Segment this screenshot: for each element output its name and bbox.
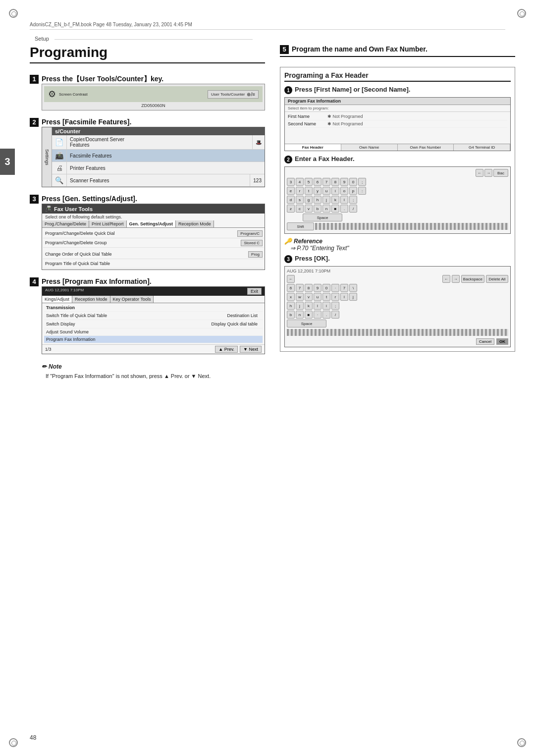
fax-tools-row-2-btn[interactable]: Stored C bbox=[241, 240, 263, 246]
step2-menu-row-1[interactable]: 📄 Copier/Document ServerFeatures 🎩 bbox=[52, 135, 265, 150]
kb-k[interactable]: k bbox=[331, 196, 339, 204]
step2-menu-row-4[interactable]: 🔍 Scanner Features 123 bbox=[52, 174, 265, 187]
ok-w[interactable]: w bbox=[296, 293, 304, 301]
ok-kb-prev-arrow[interactable]: ← bbox=[287, 275, 295, 283]
ok-9[interactable]: 9 bbox=[314, 284, 321, 292]
kb-semicolon[interactable]: ; bbox=[349, 196, 357, 204]
kb-b[interactable]: b bbox=[314, 205, 321, 213]
ok-dot[interactable]: · bbox=[314, 311, 321, 319]
prog-fax-row-2[interactable]: Second Name ✱ Not Programed bbox=[288, 120, 507, 128]
fax-tab-reception[interactable]: Reception Mode bbox=[176, 220, 214, 227]
prev-btn[interactable]: ▲ Prev. bbox=[215, 346, 238, 353]
fax-tools-row-4[interactable]: Program Title of Quick Dial Table bbox=[43, 259, 264, 269]
kb-square[interactable]: ■ bbox=[331, 205, 339, 213]
kb-r[interactable]: r bbox=[296, 187, 304, 195]
kb-7[interactable]: 7 bbox=[322, 178, 330, 186]
kb-j[interactable]: j bbox=[322, 196, 330, 204]
ok-v[interactable]: v bbox=[305, 293, 313, 301]
ok-t[interactable]: t bbox=[322, 293, 330, 301]
kb-8[interactable]: 8 bbox=[331, 178, 339, 186]
info-tab-reception[interactable]: Reception Mode bbox=[72, 296, 110, 303]
ok-l2[interactable]: l bbox=[314, 302, 321, 310]
prog-fax-row-1[interactable]: First Name ✱ Not Programed bbox=[288, 113, 507, 120]
kb-s[interactable]: s bbox=[296, 196, 304, 204]
info-tab-key-operator[interactable]: Key Operator Tools bbox=[110, 296, 154, 303]
exit-btn[interactable]: Exit bbox=[247, 288, 262, 295]
kb-right-arrow[interactable]: → bbox=[484, 169, 492, 177]
fax-tools-row-2[interactable]: Program/Change/Delete Group Stored C bbox=[43, 238, 264, 248]
ok-r[interactable]: r bbox=[331, 293, 339, 301]
kb-u[interactable]: u bbox=[322, 187, 330, 195]
footer-tab-own-name[interactable]: Own Name bbox=[341, 144, 398, 151]
info-row-2[interactable]: Switch Display Display Quick dial table bbox=[44, 320, 263, 328]
kb-5[interactable]: 5 bbox=[305, 178, 313, 186]
kb-colon[interactable]: : bbox=[358, 187, 366, 195]
info-tab-kings[interactable]: Kings/Adjust bbox=[42, 296, 72, 303]
ok-square[interactable]: ■ bbox=[305, 311, 313, 319]
fax-tab-print[interactable]: Print List/Report bbox=[89, 220, 127, 227]
fax-tools-row-3-btn[interactable]: Prog bbox=[248, 251, 263, 258]
ok-dot-mid[interactable]: · bbox=[331, 284, 339, 292]
ok-7b[interactable]: 7 bbox=[340, 284, 348, 292]
kb-y[interactable]: y bbox=[314, 187, 321, 195]
ok-6[interactable]: 6 bbox=[287, 284, 295, 292]
step1-counter-btn[interactable]: User Tools/Counter ⊕/≡ bbox=[208, 90, 259, 99]
ok-backslash[interactable]: \ bbox=[349, 284, 357, 292]
ok-kb-left-arrow[interactable]: ← bbox=[442, 275, 450, 283]
kb-backspace[interactable]: Bac bbox=[493, 169, 508, 177]
kb-left-arrow[interactable]: ← bbox=[476, 169, 483, 177]
ok-kb-backspace[interactable]: Backspace bbox=[461, 275, 484, 283]
ok-j[interactable]: j bbox=[349, 293, 357, 301]
kb-9[interactable]: 9 bbox=[340, 178, 348, 186]
kb-z[interactable]: z bbox=[287, 205, 295, 213]
fax-tools-row-1[interactable]: Program/Change/Delete Quick Dial Program… bbox=[43, 229, 264, 238]
info-row-4[interactable]: Program Fax Information bbox=[44, 336, 263, 343]
kb-0[interactable]: 0 bbox=[349, 178, 357, 186]
ok-j2[interactable]: j bbox=[296, 302, 304, 310]
kb-e[interactable]: e bbox=[287, 187, 295, 195]
ok-u[interactable]: u bbox=[314, 293, 321, 301]
kb-t[interactable]: t bbox=[305, 187, 313, 195]
footer-tab-g4[interactable]: G4 Terminal ID bbox=[454, 144, 510, 151]
kb-d[interactable]: d bbox=[287, 196, 295, 204]
ok-btn[interactable]: OK bbox=[496, 338, 508, 345]
ok-i[interactable]: i bbox=[322, 302, 330, 310]
footer-tab-fax-header[interactable]: Fax Header bbox=[285, 144, 341, 151]
ok-kb-right-arrow[interactable]: → bbox=[452, 275, 460, 283]
step2-menu-row-3[interactable]: 🖨 Printer Features bbox=[52, 162, 265, 174]
ok-period[interactable]: . bbox=[322, 311, 330, 319]
kb-h[interactable]: h bbox=[314, 196, 321, 204]
ok-semi[interactable]: ; bbox=[331, 302, 339, 310]
kb-dot[interactable]: . bbox=[340, 205, 348, 213]
kb-p[interactable]: p bbox=[349, 187, 357, 195]
fax-tab-gen[interactable]: Gen. Settings/Adjust bbox=[127, 220, 176, 227]
kb-i[interactable]: i bbox=[331, 187, 339, 195]
ok-b[interactable]: b bbox=[287, 311, 295, 319]
kb-l[interactable]: l bbox=[340, 196, 348, 204]
ok-8[interactable]: 8 bbox=[305, 284, 313, 292]
ok-slash[interactable]: / bbox=[331, 311, 339, 319]
kb-v[interactable]: v bbox=[305, 205, 313, 213]
kb-shift[interactable]: Shift bbox=[287, 222, 314, 230]
kb-6[interactable]: 6 bbox=[314, 178, 321, 186]
ok-kb-delete-all[interactable]: Delete All bbox=[486, 275, 508, 283]
cancel-btn[interactable]: Cancel bbox=[476, 338, 494, 345]
info-row-1[interactable]: Switch Title of Quick Dial Table Destina… bbox=[44, 312, 263, 320]
kb-o[interactable]: o bbox=[340, 187, 348, 195]
kb-3[interactable]: 3 bbox=[287, 178, 295, 186]
ok-kb-space[interactable]: Space bbox=[287, 320, 326, 327]
ok-n[interactable]: n bbox=[296, 311, 304, 319]
ok-h[interactable]: h bbox=[287, 302, 295, 310]
footer-tab-fax-number[interactable]: Own Fax Number bbox=[398, 144, 454, 151]
fax-tools-row-1-btn[interactable]: Program/C bbox=[237, 230, 263, 237]
info-row-3[interactable]: Adjust Sound Volume bbox=[44, 328, 263, 336]
ok-x[interactable]: x bbox=[287, 293, 295, 301]
next-btn[interactable]: ▼ Next bbox=[240, 346, 262, 353]
kb-slash[interactable]: / bbox=[349, 205, 357, 213]
ok-k[interactable]: k bbox=[305, 302, 313, 310]
kb-4[interactable]: 4 bbox=[296, 178, 304, 186]
fax-tab-prog[interactable]: Prog./Change/Delete bbox=[42, 220, 89, 227]
ok-l[interactable]: l bbox=[340, 293, 348, 301]
kb-c[interactable]: c bbox=[296, 205, 304, 213]
fax-tools-row-3[interactable]: Change Order of Quick Dial Table Prog bbox=[43, 250, 264, 259]
